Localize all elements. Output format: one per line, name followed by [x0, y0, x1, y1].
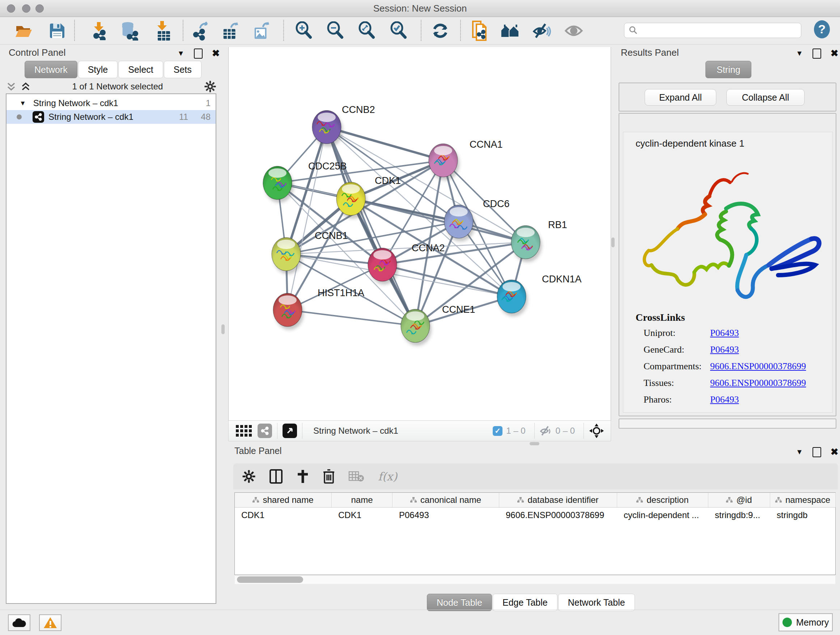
search-input[interactable]: [641, 25, 801, 36]
table-options-gear-icon[interactable]: [242, 470, 256, 483]
table-cell[interactable]: CDK1: [332, 508, 393, 523]
search-field[interactable]: [624, 23, 801, 38]
bottom-splitter-handle[interactable]: [530, 442, 539, 445]
help-icon[interactable]: ?: [813, 20, 831, 39]
import-network-file-icon[interactable]: [90, 21, 109, 40]
expand-all-tree-icon[interactable]: [20, 81, 31, 92]
export-network-icon[interactable]: [191, 21, 210, 40]
expand-all-button[interactable]: Expand All: [645, 89, 716, 106]
delete-table-icon[interactable]: [348, 470, 364, 483]
network-node-CCNB2[interactable]: CCNB2: [312, 104, 375, 147]
network-node-HIST1H1A[interactable]: HIST1H1A: [273, 287, 364, 330]
results-tab-string[interactable]: String: [706, 61, 752, 78]
save-session-icon[interactable]: [48, 21, 66, 40]
birdseye-icon[interactable]: [589, 423, 604, 439]
panel-menu-icon[interactable]: ▼: [177, 49, 185, 57]
panel-menu-icon[interactable]: ▼: [796, 49, 803, 57]
table-cell[interactable]: stringdb:9...: [708, 508, 770, 523]
network-row-selected[interactable]: String Network – cdk1 11 48: [6, 110, 216, 124]
float-panel-icon[interactable]: [194, 49, 202, 59]
tree-expand-icon[interactable]: ▼: [19, 100, 26, 107]
fit-content-icon[interactable]: [357, 21, 376, 40]
tab-network[interactable]: Network: [25, 61, 77, 78]
network-node-RB1[interactable]: RB1: [511, 219, 567, 262]
close-panel-icon[interactable]: ✖: [831, 48, 838, 59]
column-header-shared-name[interactable]: shared name: [235, 493, 332, 507]
network-edge[interactable]: [287, 127, 327, 310]
network-canvas[interactable]: CCNB2CCNA1CDC25BCDK1CDC6RB1CCNB1CCNA2CDK…: [228, 47, 611, 420]
table-hscrollbar-thumb[interactable]: [237, 576, 303, 583]
open-session-icon[interactable]: [14, 21, 33, 40]
column-header--id[interactable]: @id: [708, 493, 770, 507]
zoom-out-icon[interactable]: [326, 21, 345, 40]
export-image-icon[interactable]: [253, 21, 271, 40]
show-all-icon[interactable]: [564, 21, 583, 40]
detach-view-icon[interactable]: [283, 424, 297, 438]
network-edge[interactable]: [287, 310, 415, 326]
float-panel-icon[interactable]: [813, 447, 821, 457]
tab-select[interactable]: Select: [118, 61, 163, 78]
network-node-CCNA1[interactable]: CCNA1: [429, 139, 503, 180]
refresh-view-icon[interactable]: [431, 21, 450, 40]
import-network-database-icon[interactable]: [119, 21, 138, 40]
tab-sets[interactable]: Sets: [164, 61, 202, 78]
window-zoom-button[interactable]: [35, 4, 44, 13]
column-header-description[interactable]: description: [617, 493, 708, 507]
crosslink-link[interactable]: 9606.ENSP00000378699: [710, 378, 806, 388]
table-cell[interactable]: cyclin-dependent ...: [617, 508, 708, 523]
table-cell[interactable]: P06493: [393, 508, 499, 523]
crosslink-link[interactable]: P06493: [710, 394, 739, 405]
column-header-database-identifier[interactable]: database identifier: [499, 493, 617, 507]
table-row[interactable]: CDK1CDK1P064939606.ENSP00000378699cyclin…: [235, 508, 835, 523]
network-node-CCNE1[interactable]: CCNE1: [401, 304, 475, 346]
apply-function-icon[interactable]: f(x): [378, 470, 397, 483]
hide-selected-icon[interactable]: [532, 21, 551, 40]
network-graph[interactable]: CCNB2CCNA1CDC25BCDK1CDC6RB1CCNB1CCNA2CDK…: [229, 47, 611, 420]
tab-style[interactable]: Style: [78, 61, 118, 78]
column-header-name[interactable]: name: [332, 493, 393, 507]
window-close-button[interactable]: [7, 4, 15, 13]
network-node-CDKN1A[interactable]: CDKN1A: [497, 274, 582, 317]
network-node-CCNA2[interactable]: CCNA2: [368, 242, 445, 285]
tab-network-table[interactable]: Network Table: [558, 594, 635, 611]
right-splitter-handle[interactable]: [611, 238, 615, 247]
close-panel-icon[interactable]: ✖: [212, 48, 220, 59]
cloud-status-button[interactable]: [8, 614, 30, 631]
show-columns-icon[interactable]: [270, 469, 283, 484]
network-edge[interactable]: [327, 127, 443, 160]
warnings-button[interactable]: [39, 614, 62, 631]
first-neighbors-icon[interactable]: [501, 21, 519, 40]
collapse-all-tree-icon[interactable]: [6, 81, 17, 92]
panel-menu-icon[interactable]: ▼: [796, 448, 803, 456]
left-splitter-handle[interactable]: [221, 325, 225, 334]
tab-node-table[interactable]: Node Table: [427, 594, 492, 611]
close-panel-icon[interactable]: ✖: [831, 447, 838, 458]
crosslink-link[interactable]: 9606.ENSP00000378699: [710, 361, 806, 372]
table-cell[interactable]: stringdb: [770, 508, 836, 523]
tab-edge-table[interactable]: Edge Table: [493, 594, 557, 611]
window-minimize-button[interactable]: [22, 4, 30, 13]
delete-column-icon[interactable]: [323, 469, 335, 484]
network-mode-icon[interactable]: [257, 424, 272, 438]
memory-button[interactable]: Memory: [778, 613, 833, 631]
create-column-icon[interactable]: [296, 469, 309, 484]
zoom-selected-icon[interactable]: [389, 21, 408, 40]
grid-mode-icon[interactable]: [236, 425, 252, 437]
node-table[interactable]: shared namenamecanonical namedatabase id…: [234, 492, 836, 575]
table-cell[interactable]: CDK1: [235, 508, 332, 523]
selected-count-icon[interactable]: ✓: [493, 426, 502, 436]
network-options-gear-icon[interactable]: [204, 80, 216, 93]
hidden-count-icon[interactable]: [540, 426, 552, 436]
crosslink-link[interactable]: P06493: [710, 344, 739, 355]
import-table-file-icon[interactable]: [153, 21, 172, 40]
zoom-in-icon[interactable]: [294, 21, 313, 40]
crosslink-link[interactable]: P06493: [710, 328, 739, 339]
table-hscrollbar[interactable]: [235, 575, 835, 584]
column-header-namespace[interactable]: namespace: [770, 493, 836, 507]
collapse-all-button[interactable]: Collapse All: [726, 89, 805, 106]
export-table-icon[interactable]: [221, 21, 240, 40]
network-collection-row[interactable]: ▼ String Network – cdk1 1: [6, 96, 216, 110]
column-header-canonical-name[interactable]: canonical name: [393, 493, 499, 507]
clone-network-icon[interactable]: [470, 21, 488, 40]
table-cell[interactable]: 9606.ENSP00000378699: [499, 508, 617, 523]
